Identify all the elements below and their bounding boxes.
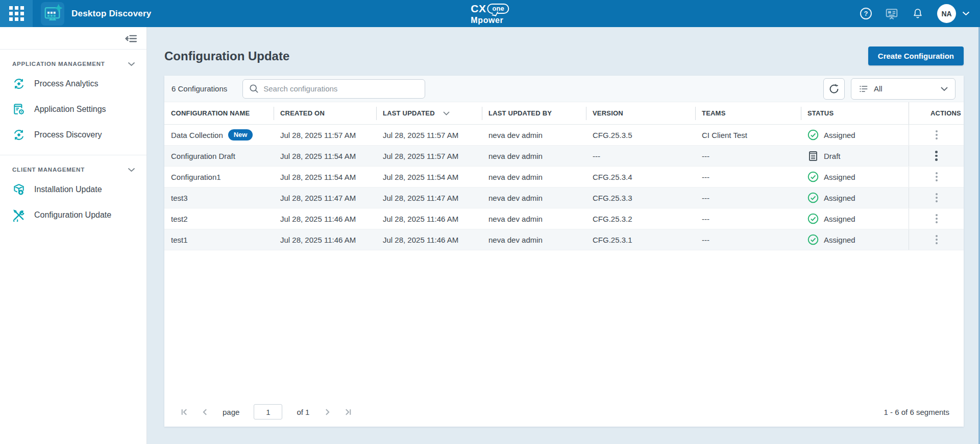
column-last-updated[interactable]: LAST UPDATED [376,102,482,124]
cell-created-on: Jul 28, 2025 11:54 AM [274,146,376,166]
cell-actions [909,208,964,229]
sidebar-item-label: Process Analytics [34,79,98,88]
results-range-label: 1 - 6 of 6 segments [884,408,949,416]
table-row[interactable]: test1 Jul 28, 2025 11:46 AM Jul 28, 2025… [164,229,964,250]
table-row[interactable]: test3 Jul 28, 2025 11:47 AM Jul 28, 2025… [164,188,964,208]
filter-selected-value: All [874,84,883,93]
process-analytics-icon [12,77,26,90]
sidebar-item-installation-update[interactable]: Installation Update [0,177,146,202]
kebab-menu-icon[interactable] [930,148,943,164]
previous-page-icon[interactable] [198,405,211,418]
table-row[interactable]: Data Collection New Jul 28, 2025 11:57 A… [164,125,964,146]
table-row[interactable]: test2 Jul 28, 2025 11:46 AM Jul 28, 2025… [164,208,964,229]
cell-configuration-name: Configuration1 [164,167,274,187]
cell-status: Assigned [801,208,909,229]
help-icon[interactable]: ? [860,8,872,19]
status-assigned-icon [807,171,819,182]
new-badge: New [228,129,253,141]
kebab-menu-icon[interactable] [930,127,943,143]
configurations-count: 6 Configurations [172,84,227,93]
cell-status: Assigned [801,167,909,187]
column-last-updated-by[interactable]: LAST UPDATED BY [482,102,586,124]
logo-one-bubble: one [487,4,509,14]
filter-dropdown[interactable]: All [851,78,955,100]
last-page-icon[interactable] [341,405,354,418]
page-title: Configuration Update [164,49,289,63]
collapse-sidebar-icon[interactable] [125,32,137,47]
topbar-actions: ? NA [860,4,980,23]
cell-actions [909,125,964,145]
presentation-icon[interactable] [885,7,898,20]
sidebar-item-application-settings[interactable]: Application Settings [0,97,146,122]
app-launcher-button[interactable] [0,0,33,27]
configuration-update-icon [12,208,26,222]
sidebar-item-label: Configuration Update [34,211,111,220]
refresh-button[interactable] [823,78,845,100]
cell-last-updated: Jul 28, 2025 11:46 AM [376,229,482,250]
cell-status: Assigned [801,229,909,250]
logo-mpower-text: Mpower [471,16,509,25]
column-created-on[interactable]: CREATED ON [274,102,376,124]
app-title: Desktop Discovery [71,9,151,19]
first-page-icon[interactable] [178,405,191,418]
search-box[interactable] [242,79,425,99]
cell-configuration-name: test3 [164,188,274,208]
cell-last-updated: Jul 28, 2025 11:46 AM [376,208,482,229]
configuration-name: Configuration Draft [171,152,235,160]
desktop-discovery-logo-icon [41,2,64,26]
of-pages-label: of 1 [297,408,309,416]
page-label: page [223,408,239,416]
cell-teams: --- [695,229,801,250]
sidebar-item-process-discovery[interactable]: Process Discovery [0,122,146,148]
sidebar-item-process-analytics[interactable]: Process Analytics [0,71,146,97]
column-version[interactable]: VERSION [586,102,695,124]
create-configuration-button[interactable]: Create Configuration [868,46,964,65]
cell-configuration-name: Configuration Draft [164,146,274,166]
app-grid-icon [9,6,24,21]
kebab-menu-icon[interactable] [930,169,943,184]
cell-last-updated-by: neva dev admin [482,229,586,250]
status-label: Assigned [824,173,855,181]
column-configuration-name[interactable]: CONFIGURATION NAME [164,102,274,124]
column-actions: ACTIONS [909,102,964,124]
cell-configuration-name: Data Collection New [164,125,274,145]
search-input[interactable] [263,84,419,93]
avatar[interactable]: NA [937,4,956,23]
installation-update-icon [12,183,26,196]
cell-version: CFG.25.3.4 [586,167,695,187]
next-page-icon[interactable] [321,405,334,418]
configurations-card: 6 Configurations [164,76,964,427]
column-teams[interactable]: TEAMS [695,102,801,124]
table-row[interactable]: Configuration1 Jul 28, 2025 11:54 AM Jul… [164,167,964,188]
table-header: CONFIGURATION NAME CREATED ON LAST UPDAT… [164,102,964,125]
table-row[interactable]: Configuration Draft Jul 28, 2025 11:54 A… [164,146,964,167]
cell-status: Draft [801,146,909,166]
sidebar-item-label: Application Settings [34,105,106,114]
cell-status: Assigned [801,188,909,208]
avatar-chevron-down-icon[interactable] [962,11,970,16]
pagination: page of 1 1 - 6 of 6 segments [164,400,964,427]
cell-actions [909,167,964,187]
section-label: APPLICATION MANAGEMENT [12,61,105,67]
main-content: Configuration Update Create Configuratio… [148,27,980,444]
notifications-bell-icon[interactable] [912,8,924,20]
cell-version: CFG.25.3.2 [586,208,695,229]
sidebar-item-configuration-update[interactable]: Configuration Update [0,202,146,228]
top-bar: Desktop Discovery CX one Mpower ? NA [0,0,980,27]
section-label: CLIENT MANAGEMENT [12,167,85,173]
section-application-management[interactable]: APPLICATION MANAGEMENT [0,50,146,71]
sort-chevron-icon [443,111,450,115]
kebab-menu-icon[interactable] [930,211,943,226]
status-label: Assigned [824,215,855,223]
section-client-management[interactable]: CLIENT MANAGEMENT [0,155,146,177]
cell-teams: --- [695,208,801,229]
page-number-input[interactable] [254,404,282,419]
cell-teams: --- [695,188,801,208]
sidebar-item-label: Installation Update [34,185,102,194]
kebab-menu-icon[interactable] [930,232,943,247]
kebab-menu-icon[interactable] [930,190,943,205]
column-status[interactable]: STATUS [801,102,909,124]
cxone-mpower-logo: CX one Mpower [471,3,509,25]
table-controls: 6 Configurations [164,76,964,102]
cell-last-updated-by: neva dev admin [482,125,586,145]
